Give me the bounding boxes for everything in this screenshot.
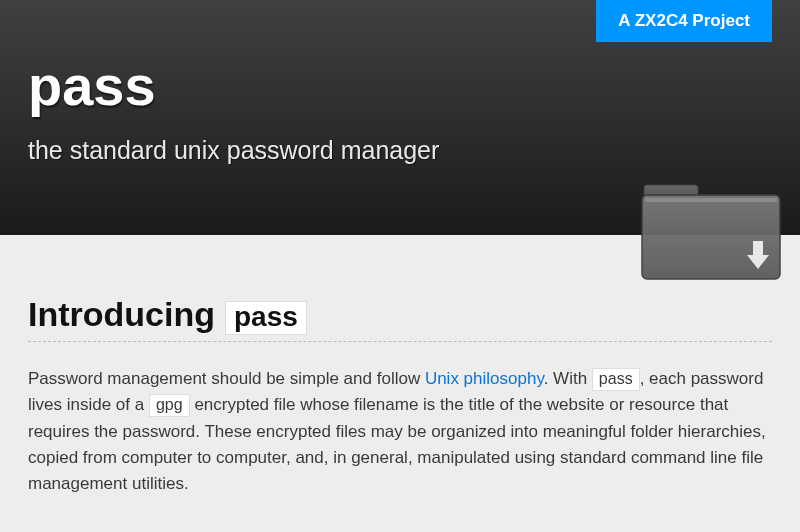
text-segment: . With — [544, 369, 592, 388]
intro-paragraph: Password management should be simple and… — [28, 366, 772, 498]
svg-rect-3 — [753, 241, 763, 255]
page-header: A ZX2C4 Project pass the standard unix p… — [0, 0, 800, 235]
text-segment: Password management should be simple and… — [28, 369, 425, 388]
heading-code-badge: pass — [225, 301, 307, 335]
inline-code-pass: pass — [592, 368, 640, 391]
project-badge[interactable]: A ZX2C4 Project — [596, 0, 772, 42]
folder-download-icon — [636, 177, 786, 287]
site-title: pass — [28, 58, 772, 114]
svg-rect-2 — [645, 198, 777, 202]
inline-code-gpg: gpg — [149, 394, 190, 417]
section-heading: Introducing pass — [28, 295, 772, 342]
heading-prefix: Introducing — [28, 295, 215, 334]
site-subtitle: the standard unix password manager — [28, 136, 772, 165]
unix-philosophy-link[interactable]: Unix philosophy — [425, 369, 544, 388]
